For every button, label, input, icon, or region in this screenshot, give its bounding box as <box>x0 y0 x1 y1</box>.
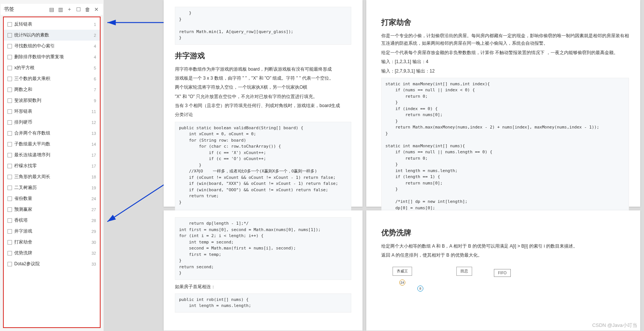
bookmark-outline-icon <box>8 44 12 48</box>
bookmark-item[interactable]: 两数之和7 <box>4 84 100 95</box>
bookmark-outline-icon <box>8 66 12 70</box>
io-example: 输入：[2,7,9,3,1] 输出：12 <box>381 67 629 75</box>
bookmark-outline-icon <box>8 142 12 147</box>
list-collapse-icon[interactable]: ▤ <box>48 6 55 13</box>
bookmark-label: 最长连续递增序列 <box>14 152 50 158</box>
bookmark-outline-icon <box>8 186 12 190</box>
pdf-page-right-top: 打家劫舍 你是一个专业的小偷，计划偷窃沿街的房屋。每间房内都藏有一定的现金，影响… <box>366 0 640 207</box>
bookmark-item[interactable]: 三个数的最大乘积6 <box>4 73 100 84</box>
bookmark-item[interactable]: Dota2参议院33 <box>4 258 100 269</box>
bookmark-label: 斐波那契数列 <box>14 97 41 104</box>
bookmark-item[interactable]: 最长连续递增序列17 <box>4 150 100 160</box>
bookmark-item[interactable]: 优势洗牌32 <box>4 248 100 258</box>
bookmark-page: 2 <box>94 33 96 38</box>
delete-icon[interactable]: 🗑 <box>84 6 91 13</box>
bookmark-item[interactable]: 寻找数组的中心索引4 <box>4 41 100 51</box>
bookmark-left: Dota2参议院 <box>8 261 40 267</box>
bookmark-label: x的平方根 <box>14 65 35 71</box>
bookmark-page: 9 <box>94 98 96 103</box>
bookmark-outline-icon <box>8 196 12 201</box>
bookmark-label: 二叉树遍历 <box>14 184 37 191</box>
bookmark-item[interactable]: 三角形的最大周长18 <box>4 171 100 182</box>
bookmark-page: 12 <box>92 120 96 125</box>
bookmark-item[interactable]: x的平方根5 <box>4 62 100 73</box>
list-expand-icon[interactable]: ▥ <box>57 6 64 13</box>
bookmark-item[interactable]: 预测赢家27 <box>4 204 100 215</box>
bookmark-label: 省份数量 <box>14 195 32 202</box>
bookmark-outline-icon <box>8 251 12 255</box>
bookmark-page: 5 <box>94 66 96 70</box>
bookmark-page: 7 <box>94 88 96 92</box>
description-line: 分类讨论 <box>175 111 351 118</box>
watermark-text: CSDN @Java小叮当 <box>592 322 637 329</box>
bookmark-left: 香槟塔 <box>8 217 28 224</box>
sidebar-toolbar: ▤ ▥ ＋ ☐ 🗑 ✕ <box>48 6 100 13</box>
description: 你是一个专业的小偷，计划偷窃沿街的房屋。每间房内都藏有一定的现金，影响你偷窃的唯… <box>381 32 629 56</box>
add-bookmark-icon[interactable]: ＋ <box>66 6 73 13</box>
bookmark-item[interactable]: 井字游戏29 <box>4 226 100 237</box>
description-line: 游戏板是一个 3 x 3 数组，由字符 " "，"X" 和 "O" 组成。字符 … <box>175 74 351 82</box>
content-area: } } return Math.min(1, A[query_row][quer… <box>104 0 644 331</box>
bookmark-left: 井字游戏 <box>8 228 32 234</box>
description-line: 给定一个代表每个房屋存放金额的非负整数数组，计算你 不触动警报装置的情况下 ，一… <box>381 49 629 56</box>
bookmark-item[interactable]: 合并两个有序数组13 <box>4 128 100 139</box>
description-line: "X" 和 "O" 只允许放置在空位中，不允许对已放有字符的位置进行填充。 <box>175 93 351 100</box>
bookmark-outline-icon <box>8 98 12 103</box>
bookmark-outline-icon <box>8 33 12 38</box>
description-line: 给定两个大小相等的数组 A 和 B，A 相对于 B 的优势可以用满足 A[i] … <box>381 242 629 250</box>
bookmark-page: 4 <box>94 44 96 48</box>
section-title: 优势洗牌 <box>381 228 629 238</box>
bookmark-item[interactable]: 打家劫舍30 <box>4 237 100 248</box>
bookmark-page: 4 <box>94 55 96 59</box>
bookmark-outline-icon <box>8 55 12 59</box>
bookmark-page: 6 <box>94 77 96 81</box>
bookmark-outline-icon <box>8 77 12 81</box>
description-line: 你是一个专业的小偷，计划偷窃沿街的房屋。每间房内都藏有一定的现金，影响你偷窃的唯… <box>381 32 629 47</box>
bookmark-icon[interactable]: ☐ <box>75 6 82 13</box>
diagram-node: 8 <box>417 286 423 292</box>
bookmark-item[interactable]: 柠檬水找零17 <box>4 160 100 171</box>
bookmark-left: 二叉树遍历 <box>8 184 37 191</box>
bookmark-item[interactable]: 子数组最大平均数14 <box>4 139 100 150</box>
pdf-page-right-bottom: 优势洗牌 给定两个大小相等的数组 A 和 B，A 相对于 B 的优势可以用满足 … <box>366 210 640 331</box>
bookmark-outline-icon <box>8 131 12 136</box>
bookmark-item[interactable]: 统计N以内的素数2 <box>4 30 100 41</box>
bookmark-item[interactable]: 香槟塔28 <box>4 215 100 226</box>
bookmark-item[interactable]: 斐波那契数列9 <box>4 95 100 106</box>
bookmark-label: 合并两个有序数组 <box>14 130 50 136</box>
bookmark-page: 17 <box>92 164 96 168</box>
bookmark-page: 24 <box>92 196 96 201</box>
bookmark-page: 18 <box>92 175 96 179</box>
bookmark-page: 28 <box>92 218 96 223</box>
pdf-page-left-bottom: return dp[length - 1];*/ int first = num… <box>164 210 363 331</box>
bookmark-item[interactable]: 删除排序数组中的重复项4 <box>4 51 100 62</box>
diagram-box: FIFO <box>494 269 511 277</box>
bookmark-item[interactable]: 二叉树遍历19 <box>4 182 100 193</box>
bookmark-label: 删除排序数组中的重复项 <box>14 54 64 60</box>
bookmark-left: 斐波那契数列 <box>8 97 41 104</box>
bookmark-left: 子数组最大平均数 <box>8 141 50 147</box>
bookmark-page: 30 <box>92 240 96 245</box>
description: 用字符串数组作为井字游戏的游戏板 board，判断该游戏板有没有可能最终形成游戏… <box>175 65 351 119</box>
bookmark-label: 统计N以内的素数 <box>14 32 49 38</box>
bookmark-outline-icon <box>8 229 12 234</box>
bookmark-label: 柠檬水找零 <box>14 163 37 169</box>
bookmark-left: 反转链表 <box>8 21 32 27</box>
bookmark-item[interactable]: 环形链表11 <box>4 106 100 117</box>
bookmark-page: 33 <box>92 262 96 266</box>
bookmark-left: 打家劫舍 <box>8 239 32 245</box>
bookmark-label: 两数之和 <box>14 86 32 93</box>
bookmark-outline-icon <box>8 240 12 245</box>
io-example: 输入：[1,2,3,1] 输出：4 <box>381 58 629 65</box>
description-line: 当有 3 个相同（且非空）的字符填充任何行、列或对角线时，游戏结束，board生… <box>175 102 351 109</box>
code-text: public int rob(int[] nums) { int length … <box>179 297 251 308</box>
close-icon[interactable]: ✕ <box>93 6 100 13</box>
bookmark-label: 打家劫舍 <box>14 239 32 245</box>
diagram-box: 田忌 <box>456 267 472 276</box>
bookmark-item[interactable]: 排列硬币12 <box>4 117 100 128</box>
bookmark-item[interactable]: 省份数量24 <box>4 193 100 204</box>
bookmark-item[interactable]: 反转链表1 <box>4 19 100 30</box>
bookmark-label: 排列硬币 <box>14 119 32 125</box>
app-root: 书签 ▤ ▥ ＋ ☐ 🗑 ✕ 反转链表1统计N以内的素数2寻找数组的中心索引4删… <box>0 0 644 331</box>
bookmark-outline-icon <box>8 22 12 27</box>
